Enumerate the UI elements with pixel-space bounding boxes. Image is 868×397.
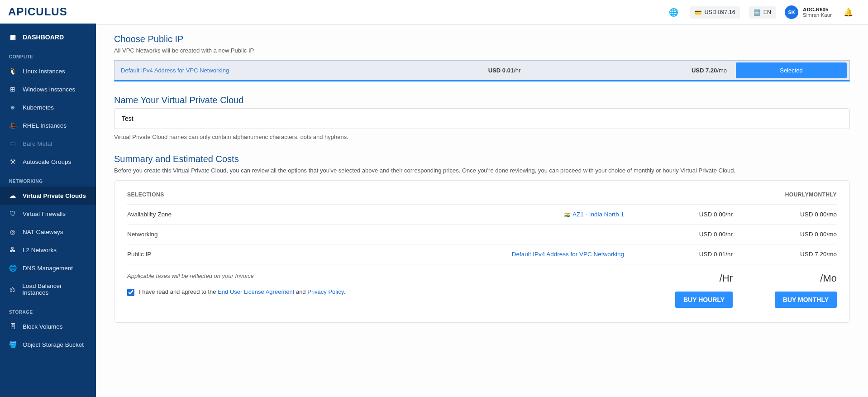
sidebar-item-windows[interactable]: ⊞Windows Instances xyxy=(0,80,96,98)
summary-row-monthly: USD 0.00/mo xyxy=(733,231,837,238)
summary-row-value: Default IPv4 Address for VPC Networking xyxy=(263,251,638,258)
sidebar-item-kubernetes[interactable]: ⎈Kubernetes xyxy=(0,98,96,116)
sidebar-item-lb[interactable]: ⚖Load Balancer Instances xyxy=(0,277,96,301)
user-id: ADC-R605 xyxy=(803,7,832,12)
sidebar-item-block[interactable]: 🗄Block Volumes xyxy=(0,317,96,335)
ip-option-name: Default IPv4 Address for VPC Networking xyxy=(114,62,321,79)
brand-logo[interactable]: APICULUS xyxy=(0,0,96,24)
kubernetes-icon: ⎈ xyxy=(9,104,16,111)
bell-icon[interactable]: 🔔 xyxy=(841,5,855,19)
buy-monthly-button[interactable]: BUY MONTHLY xyxy=(775,292,837,308)
sidebar-item-object[interactable]: 🪣Object Storage Bucket xyxy=(0,335,96,354)
summary-row-value: 🇮🇳AZ1 - India North 1 xyxy=(263,211,638,218)
sidebar-item-label: Virtual Private Clouds xyxy=(23,192,86,199)
sidebar-item-firewalls[interactable]: 🛡Virtual Firewalls xyxy=(0,205,96,223)
sidebar-item-label: Kubernetes xyxy=(23,104,54,111)
summary-row-monthly: USD 7.20/mo xyxy=(733,251,837,258)
balance-chip[interactable]: 💳 USD 897.16 xyxy=(690,6,740,19)
sidebar-item-linux[interactable]: 🐧Linux Instances xyxy=(0,62,96,80)
privacy-link[interactable]: Privacy Policy xyxy=(307,288,343,295)
dashboard-icon: ▦ xyxy=(9,33,16,41)
summary-subtitle: Before you create this Virtual Private C… xyxy=(114,167,850,174)
firewall-icon: 🛡 xyxy=(9,210,16,217)
sidebar-item-label: DASHBOARD xyxy=(23,33,64,41)
summary-card: SELECTIONS HOURLY MONTHLY Availability Z… xyxy=(114,180,850,323)
vpc-name-input[interactable] xyxy=(114,108,850,129)
name-vpc-title: Name Your Virtual Private Cloud xyxy=(114,95,850,105)
sidebar-item-bare-metal: 🖴Bare Metal xyxy=(0,134,96,153)
windows-icon: ⊞ xyxy=(9,86,16,93)
public-ip-title: Choose Public IP xyxy=(114,34,850,44)
summary-row-label: Networking xyxy=(127,231,263,238)
sidebar-item-label: Linux Instances xyxy=(23,68,65,75)
sidebar-item-nat[interactable]: ◎NAT Gateways xyxy=(0,223,96,241)
sidebar-item-label: Windows Instances xyxy=(23,86,75,93)
translate-icon: 🔤 xyxy=(754,9,761,16)
server-icon: 🖴 xyxy=(9,140,16,147)
dns-icon: 🌐 xyxy=(9,264,16,272)
summary-row-label: Availability Zone xyxy=(127,211,263,218)
avatar: SK xyxy=(785,5,798,19)
language-code: EN xyxy=(763,9,771,15)
summary-header-selections: SELECTIONS xyxy=(127,191,372,198)
ip-option-hourly: USD 0.01/hr xyxy=(321,62,527,79)
summary-row-hourly: USD 0.01/hr xyxy=(638,251,733,258)
buy-hourly-button[interactable]: BUY HOURLY xyxy=(675,292,733,308)
user-menu[interactable]: SK ADC-R605 Simran Kaur xyxy=(785,5,832,19)
sidebar-item-label: NAT Gateways xyxy=(23,229,63,235)
hourly-total-unit: /Hr xyxy=(638,273,733,284)
agree-text: I have read and agreed to the End User L… xyxy=(139,288,345,295)
topbar: 🌐 💳 USD 897.16 🔤 EN SK ADC-R605 Simran K… xyxy=(96,0,868,25)
gateway-icon: ◎ xyxy=(9,228,16,235)
summary-row-hourly: USD 0.00/hr xyxy=(638,231,733,238)
network-icon: 🖧 xyxy=(9,246,16,254)
summary-row-monthly: USD 0.00/mo xyxy=(733,211,837,218)
selected-badge: Selected xyxy=(736,62,847,78)
sidebar-item-label: Object Storage Bucket xyxy=(23,341,84,348)
ip-option-monthly: USD 7.20/mo xyxy=(527,62,733,79)
sidebar-item-label: L2 Networks xyxy=(23,247,57,254)
summary-row-label: Public IP xyxy=(127,251,263,258)
wallet-icon: 💳 xyxy=(695,9,702,16)
summary-header-hourly: HOURLY xyxy=(372,191,809,198)
sidebar-section-storage: STORAGE xyxy=(0,301,96,317)
public-ip-subtitle: All VPC Networks will be created with a … xyxy=(114,47,850,54)
user-name: Simran Kaur xyxy=(803,12,832,18)
rhel-icon: 🎩 xyxy=(9,122,16,129)
language-switcher[interactable]: 🔤 EN xyxy=(749,6,776,19)
sidebar-item-autoscale[interactable]: ⚒Autoscale Groups xyxy=(0,153,96,171)
linux-icon: 🐧 xyxy=(9,67,16,75)
vpc-name-hint: Virtual Private Cloud names can only con… xyxy=(114,134,850,140)
summary-row: Public IP Default IPv4 Address for VPC N… xyxy=(127,244,837,264)
eula-link[interactable]: End User License Agreement xyxy=(218,288,294,295)
sidebar-item-label: Bare Metal xyxy=(23,140,52,147)
sidebar: APICULUS ▦ DASHBOARD COMPUTE 🐧Linux Inst… xyxy=(0,0,96,397)
summary-header-monthly: MONTHLY xyxy=(809,191,837,198)
sidebar-item-label: Block Volumes xyxy=(23,323,63,330)
lb-icon: ⚖ xyxy=(9,286,16,293)
sidebar-item-l2[interactable]: 🖧L2 Networks xyxy=(0,241,96,259)
sidebar-section-networking: NETWORKING xyxy=(0,171,96,187)
summary-row: Networking USD 0.00/hr USD 0.00/mo xyxy=(127,224,837,244)
summary-title: Summary and Estimated Costs xyxy=(114,154,850,164)
volume-icon: 🗄 xyxy=(9,323,16,330)
tax-note: Applicable taxes will be reflected on yo… xyxy=(127,273,638,279)
globe-icon[interactable]: 🌐 xyxy=(667,5,681,19)
sidebar-item-label: RHEL Instances xyxy=(23,122,67,129)
sidebar-item-vpc[interactable]: ☁Virtual Private Clouds xyxy=(0,187,96,205)
summary-row: Availability Zone 🇮🇳AZ1 - India North 1 … xyxy=(127,204,837,224)
summary-row-hourly: USD 0.00/hr xyxy=(638,211,733,218)
sidebar-item-label: Load Balancer Instances xyxy=(22,282,87,296)
public-ip-option[interactable]: Default IPv4 Address for VPC Networking … xyxy=(114,60,850,81)
sidebar-item-dns[interactable]: 🌐DNS Management xyxy=(0,259,96,277)
monthly-total-unit: /Mo xyxy=(733,273,837,284)
bucket-icon: 🪣 xyxy=(9,341,16,348)
sidebar-item-label: Autoscale Groups xyxy=(23,158,71,165)
sidebar-item-dashboard[interactable]: ▦ DASHBOARD xyxy=(0,28,96,46)
cloud-icon: ☁ xyxy=(9,192,16,199)
sidebar-item-rhel[interactable]: 🎩RHEL Instances xyxy=(0,116,96,134)
autoscale-icon: ⚒ xyxy=(9,158,16,165)
content-area: Choose Public IP All VPC Networks will b… xyxy=(96,25,868,397)
sidebar-item-label: DNS Management xyxy=(23,265,73,272)
agree-checkbox[interactable] xyxy=(127,289,134,296)
